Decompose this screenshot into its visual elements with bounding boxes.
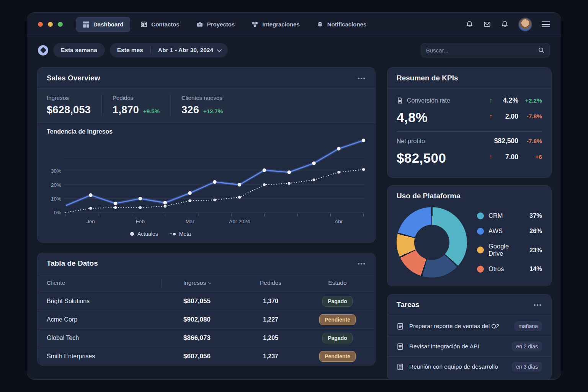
task-label: Preparar reporte de ventas del Q2	[409, 323, 509, 330]
date-range-picker[interactable]: Este mes Abr 1 - Abr 30, 2024	[110, 43, 228, 57]
legend-label: CRM	[488, 212, 525, 219]
stat-value: 326	[181, 104, 199, 116]
cell-pedidos: 1,237	[232, 353, 309, 360]
column-label: Ingresos	[183, 279, 206, 286]
card-title: Tareas	[397, 301, 420, 309]
task-item[interactable]: Revisar integración de API en 2 dias	[387, 336, 551, 356]
chart-title: Tendencia de Ingresos	[47, 128, 366, 135]
task-due-badge: mañana	[514, 321, 542, 331]
more-options-icon[interactable]: •••	[358, 75, 366, 82]
filter-month-button[interactable]: Este mes	[110, 43, 150, 57]
table-header-row: Cliente Ingresos Pedidos Estado	[38, 274, 375, 292]
legend-dot-icon	[477, 247, 484, 253]
search-input[interactable]	[426, 47, 538, 54]
cell-cliente: Acme Corp	[47, 316, 162, 323]
filter-row: Esta semana Este mes Abr 1 - Abr 30, 202…	[38, 43, 550, 57]
svg-text:30%: 30%	[51, 168, 61, 174]
nav-tabs: Dashboard Contactos Proyectos	[76, 17, 373, 32]
legend-label: Meta	[179, 231, 191, 237]
tab-proyectos[interactable]: Proyectos	[190, 17, 242, 32]
tab-dashboard[interactable]: Dashboard	[76, 17, 130, 32]
menu-button[interactable]	[542, 21, 550, 28]
stat-pedidos: Pedidos 1,870 +9.5%	[101, 95, 170, 116]
stat-delta: +12.7%	[203, 108, 223, 114]
column-ingresos-sort[interactable]: Ingresos	[162, 279, 232, 286]
status-badge: Pagado	[322, 296, 353, 307]
search-bar[interactable]	[421, 43, 550, 57]
maximize-button[interactable]	[58, 22, 63, 27]
legend-item-otros: Otros 14%	[477, 265, 542, 273]
legend-percent: 37%	[529, 212, 542, 219]
tab-integraciones[interactable]: Integraciones	[245, 17, 306, 32]
more-options-icon[interactable]: •••	[358, 260, 366, 267]
close-button[interactable]	[38, 22, 43, 27]
legend-dot-icon	[477, 266, 484, 273]
dashed-series-icon	[170, 233, 176, 235]
task-item[interactable]: Reunión con equipo de desarrollo en 3 di…	[387, 356, 551, 377]
kpi-value: 7.00	[496, 153, 518, 161]
tab-label: Contactos	[151, 21, 179, 28]
minimize-button[interactable]	[48, 22, 53, 27]
navbar-actions	[466, 18, 550, 31]
task-label: Revisar integración de API	[409, 343, 506, 350]
kpi-value: $82,500	[494, 137, 518, 145]
kpi-label: Net profito	[397, 138, 425, 145]
task-item[interactable]: Preparar reporte de ventas del Q2 mañana	[387, 316, 551, 336]
legend-dot-icon	[477, 228, 484, 235]
task-document-icon	[397, 363, 404, 371]
stat-label: Ingresos	[47, 95, 91, 101]
mail-icon	[483, 20, 491, 28]
top-navbar: Dashboard Contactos Proyectos	[27, 13, 561, 36]
more-options-icon[interactable]: •••	[534, 302, 542, 308]
kpi-big-value: 4,8%	[397, 110, 428, 125]
status-badge: Pagado	[322, 333, 353, 343]
table-row[interactable]: Acme Corp $902,080 1,227 Pendiente	[38, 310, 375, 328]
app-logo[interactable]	[38, 45, 48, 56]
tab-notificaciones[interactable]: Notificaciones	[310, 17, 373, 32]
search-icon	[538, 47, 545, 54]
svg-text:10%: 10%	[51, 196, 61, 202]
document-icon	[397, 97, 403, 104]
table-row[interactable]: Smith Enterprises $607,056 1,237 Pendien…	[38, 347, 375, 365]
cell-cliente: Bright Solutions	[47, 298, 162, 305]
user-avatar[interactable]	[518, 18, 532, 31]
bell-icon	[466, 20, 474, 28]
cell-pedidos: 1,205	[232, 335, 309, 341]
svg-text:20%: 20%	[51, 182, 61, 188]
mail-button[interactable]	[483, 20, 491, 28]
column-estado: Estado	[309, 279, 366, 286]
sort-chevron-icon	[208, 281, 211, 284]
tab-label: Proyectos	[207, 21, 235, 28]
tasks-card: Tareas ••• Preparar reporte de ventas de…	[387, 294, 552, 380]
alerts-button[interactable]	[501, 20, 509, 28]
svg-text:Mar: Mar	[185, 219, 194, 224]
integrations-icon	[252, 21, 258, 28]
kpi-label: Conversión rate	[407, 97, 450, 104]
contacts-icon	[140, 21, 147, 28]
kpi-delta: -7.8%	[522, 113, 542, 120]
projects-icon	[196, 21, 203, 28]
data-table-card: Tabla de Datos ••• Cliente Ingresos Pedi…	[37, 253, 376, 366]
table-row[interactable]: Global Tech $866,073 1,205 Pagado	[38, 328, 375, 347]
task-document-icon	[397, 323, 404, 330]
card-title: Uso de Plataforma	[397, 192, 461, 200]
table-row[interactable]: Bright Solutions $807,055 1,370 Pagado	[38, 292, 375, 310]
legend-label: Otros	[488, 265, 525, 273]
filter-week-label: Esta semana	[61, 47, 97, 54]
bell-button[interactable]	[466, 20, 474, 28]
cell-pedidos: 1,227	[232, 316, 309, 323]
svg-text:Abr: Abr	[335, 219, 343, 224]
kpi-value: 2.00	[496, 113, 518, 121]
stat-delta: +9.5%	[143, 108, 160, 114]
legend-percent: 14%	[529, 265, 542, 273]
filter-week-button[interactable]: Esta semana	[53, 43, 105, 57]
legend-actuales: Actuales	[130, 231, 158, 237]
column-cliente: Cliente	[47, 279, 162, 287]
stat-ingresos: Ingresos $628,053	[47, 95, 101, 116]
tab-contactos[interactable]: Contactos	[134, 17, 186, 32]
date-range-button[interactable]: Abr 1 - Abr 30, 2024	[151, 43, 228, 57]
series-dot-icon	[130, 232, 134, 236]
task-due-badge: en 3 dias	[512, 362, 542, 372]
task-label: Reunión con equipo de desarrollo	[409, 363, 506, 370]
notifications-icon	[317, 21, 323, 28]
